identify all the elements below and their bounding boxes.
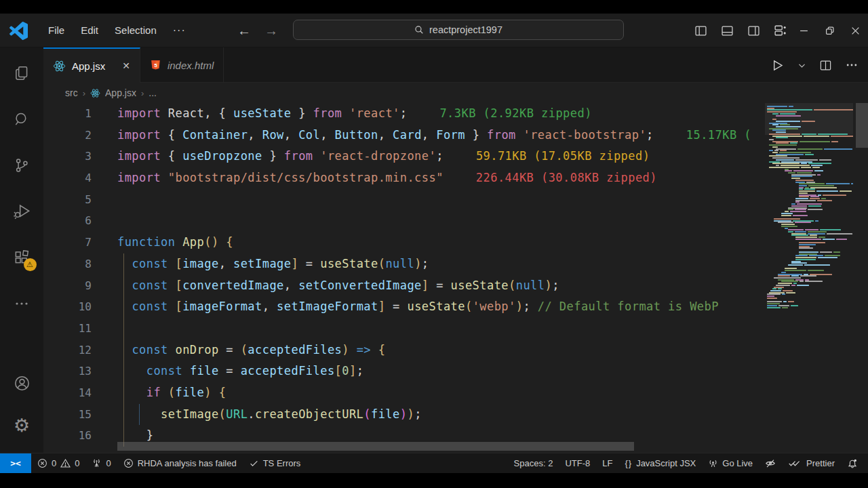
- line-number: 9: [43, 275, 117, 297]
- code-line: 8 const [image, setImage] = useState(nul…: [43, 253, 868, 275]
- eol-status[interactable]: LF: [596, 453, 618, 473]
- title-bar: File Edit Selection ··· ← → reactproject…: [0, 14, 868, 47]
- prettier-status[interactable]: Prettier: [782, 453, 841, 473]
- menu-more-ellipsis[interactable]: ···: [165, 24, 194, 37]
- warning-icon: [60, 458, 71, 468]
- import-cost-annotation: 7.3KB (2.92KB zipped): [439, 106, 591, 120]
- spaces-label: Spaces: 2: [514, 458, 553, 468]
- double-check-icon: [788, 458, 802, 468]
- ts-errors-status[interactable]: TS Errors: [243, 453, 307, 473]
- tab-app-jsx[interactable]: App.jsx ✕: [43, 47, 140, 83]
- toggle-panel-icon[interactable]: [722, 25, 733, 37]
- breadcrumb-src[interactable]: src: [65, 87, 78, 98]
- customize-layout-icon[interactable]: [774, 24, 787, 37]
- error-count: 0: [52, 458, 56, 468]
- code-line: 13 const file = acceptedFiles[0];: [43, 361, 868, 382]
- minimize-button[interactable]: [791, 14, 816, 47]
- explorer-icon[interactable]: [13, 64, 31, 82]
- rhda-label: RHDA analysis has failed: [138, 458, 237, 468]
- go-live-status[interactable]: Go Live: [702, 453, 759, 473]
- problems-status[interactable]: 0 0: [31, 453, 85, 473]
- account-icon[interactable]: [13, 374, 31, 392]
- tab-close-icon[interactable]: ✕: [122, 60, 130, 71]
- eye-slash-status[interactable]: [759, 453, 782, 473]
- search-value: reactproject1997: [429, 24, 502, 35]
- run-dropdown-chevron-icon[interactable]: [797, 61, 806, 70]
- language-label: JavaScript JSX: [636, 458, 696, 468]
- remote-indicator[interactable]: ><: [0, 453, 31, 473]
- code-line: 2import { Container, Row, Col, Button, C…: [43, 125, 868, 146]
- line-number: 8: [43, 253, 117, 275]
- vscode-window: File Edit Selection ··· ← → reactproject…: [0, 0, 868, 488]
- code-line: 11: [43, 318, 868, 340]
- extensions-icon[interactable]: ⚠: [13, 248, 31, 266]
- toggle-secondary-sidebar-icon[interactable]: [748, 25, 760, 37]
- menu-selection[interactable]: Selection: [106, 14, 165, 47]
- source-control-icon[interactable]: [13, 156, 31, 174]
- vscode-logo-icon[interactable]: [9, 22, 28, 40]
- line-number: 15: [43, 404, 117, 426]
- line-number: 5: [43, 189, 117, 211]
- menu-file[interactable]: File: [40, 14, 73, 47]
- letterbox-bottom: [0, 473, 868, 488]
- command-center-search[interactable]: reactproject1997: [293, 20, 624, 40]
- nav-back-icon[interactable]: ←: [237, 23, 251, 39]
- code-editor[interactable]: 1import React, { useState } from 'react'…: [43, 103, 868, 453]
- nav-forward-icon[interactable]: →: [264, 23, 278, 39]
- encoding-status[interactable]: UTF-8: [559, 453, 596, 473]
- split-editor-icon[interactable]: [819, 59, 832, 72]
- line-number: 7: [43, 232, 117, 253]
- code-line: 3import { useDropzone } from 'react-drop…: [43, 146, 868, 167]
- run-debug-icon[interactable]: [13, 202, 31, 220]
- code-line: 4import "bootstrap/dist/css/bootstrap.mi…: [43, 167, 868, 189]
- eol-label: LF: [602, 458, 612, 468]
- line-number: 11: [43, 318, 117, 340]
- horizontal-scrollbar[interactable]: [117, 442, 634, 451]
- run-file-icon[interactable]: [770, 58, 785, 73]
- breadcrumb-symbol[interactable]: ...: [149, 87, 157, 98]
- indentation-status[interactable]: Spaces: 2: [508, 453, 559, 473]
- code-line: 7function App() {: [43, 232, 868, 253]
- tab-label: App.jsx: [72, 60, 105, 72]
- braces-icon: {}: [625, 458, 632, 468]
- code-line: 15 setImage(URL.createObjectURL(file));: [43, 404, 868, 426]
- settings-gear-icon[interactable]: ⚙: [13, 417, 31, 435]
- toggle-sidebar-icon[interactable]: [695, 25, 707, 37]
- code-line: 5: [43, 189, 868, 211]
- react-file-icon: [53, 60, 66, 73]
- tab-index-html[interactable]: 5 index.html: [140, 47, 224, 83]
- editor-more-actions-icon[interactable]: [845, 58, 859, 72]
- line-number: 13: [43, 361, 117, 382]
- encoding-label: UTF-8: [565, 458, 590, 468]
- breadcrumb-file[interactable]: App.jsx: [105, 87, 136, 98]
- status-bar: >< 0 0 0 RHDA analysis has failed: [0, 453, 868, 473]
- html-file-icon: 5: [150, 59, 161, 71]
- line-number: 6: [43, 210, 117, 232]
- import-cost-annotation: 226.44KB (30.08KB zipped): [476, 171, 657, 184]
- notifications-status[interactable]: [841, 453, 864, 473]
- code-line: 14 if (file) {: [43, 382, 868, 404]
- line-number: 14: [43, 382, 117, 404]
- bell-dot-icon: [847, 458, 858, 469]
- editor-group: App.jsx ✕ 5 index.html: [43, 47, 868, 453]
- ports-status[interactable]: 0: [85, 453, 117, 473]
- eye-slash-icon: [765, 458, 776, 469]
- minimap[interactable]: [765, 103, 853, 453]
- error-icon: [123, 458, 134, 468]
- language-mode-status[interactable]: {} JavaScript JSX: [618, 453, 702, 473]
- svg-text:5: 5: [154, 62, 157, 68]
- restore-button[interactable]: [816, 14, 842, 47]
- line-number: 4: [43, 167, 117, 189]
- rhda-status[interactable]: RHDA analysis has failed: [117, 453, 243, 473]
- line-number: 3: [43, 146, 117, 167]
- breadcrumb: src › App.jsx › ...: [43, 83, 868, 103]
- line-number: 2: [43, 125, 117, 146]
- error-icon: [37, 458, 47, 468]
- remote-icon: ><: [10, 458, 21, 468]
- close-window-button[interactable]: [842, 14, 868, 47]
- search-sidebar-icon[interactable]: [13, 110, 31, 128]
- menu-edit[interactable]: Edit: [73, 14, 106, 47]
- vertical-scrollbar[interactable]: [856, 103, 868, 148]
- search-icon: [414, 25, 424, 35]
- activity-more-icon[interactable]: [13, 294, 31, 312]
